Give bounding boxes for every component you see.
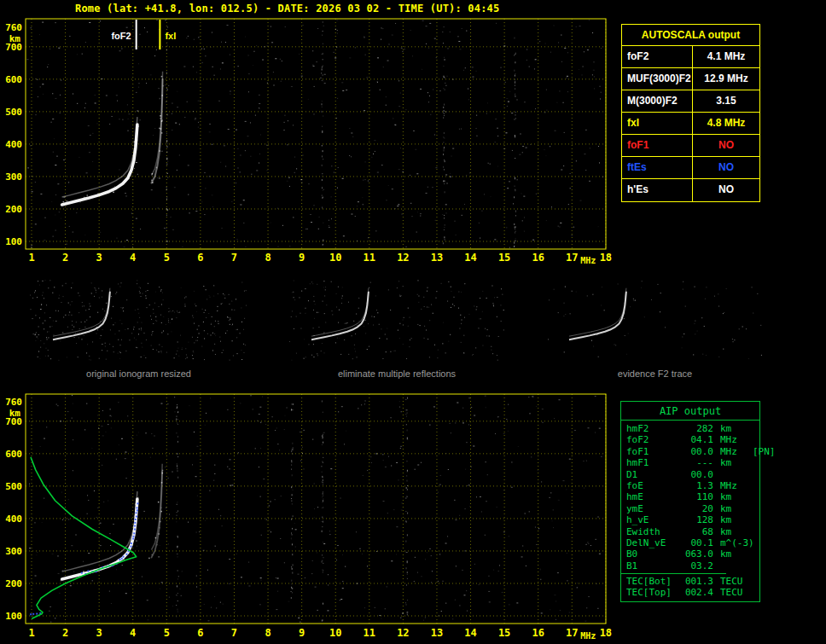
svg-text:18: 18 [600,627,612,639]
autoscala-param-value: 4.1 MHz [693,46,759,67]
svg-text:5: 5 [164,252,170,264]
aip-param-label: ymE [626,503,679,514]
aip-row: hmF1---km [621,457,759,468]
aip-param-unit: km [713,457,753,468]
svg-text:3: 3 [96,627,102,639]
svg-text:18: 18 [600,252,612,264]
aip-row: DelN_vE00.1m^(-3) [621,537,759,548]
aip-param-note [753,491,756,502]
aip-tec-separator [621,573,726,574]
svg-text:6: 6 [197,252,203,264]
aip-tec-row: TEC[Bot]001.3TECU [621,576,759,587]
svg-text:100: 100 [5,236,22,247]
svg-text:4: 4 [130,252,136,264]
aip-param-value: 00.1 [679,537,713,548]
aip-param-unit: km [713,548,753,560]
aip-param-note [753,480,756,491]
svg-text:MHz: MHz [580,631,596,641]
aip-row: B103.2 [621,560,759,571]
aip-param-value: 00.0 [679,469,713,480]
autoscala-param-value: NO [693,179,759,201]
svg-text:7: 7 [231,627,237,639]
autoscala-param-label: ftEs [622,157,693,178]
aip-param-note [753,560,756,571]
svg-text:400: 400 [5,513,22,525]
autoscala-table-rows: foF24.1 MHzMUF(3000)F212.9 MHzM(3000)F23… [622,46,759,201]
aip-table-title: AIP output [621,402,759,421]
svg-text:1: 1 [28,252,34,264]
aip-row: hmE110km [621,491,759,502]
svg-text:14: 14 [464,627,476,639]
autoscala-param-value: NO [693,157,759,178]
thumbnail-multiple-reflections-removed [288,280,505,362]
aip-param-label: h_vE [626,514,679,525]
aip-row: hmF2282km [621,423,759,434]
aip-tec-value: 002.4 [679,587,713,598]
svg-text:foF2: foF2 [111,31,131,41]
aip-param-value: 00.0 [679,446,713,457]
autoscala-param-label: fxI [622,113,693,134]
autoscala-param-value: 4.8 MHz [693,113,759,134]
autoscala-row: M(3000)F23.15 [622,90,759,113]
svg-text:11: 11 [364,627,375,639]
autoscala-param-label: foF2 [622,46,693,67]
thumbnail-caption: original ionogram resized [30,368,247,379]
aip-tec-rows: TEC[Bot]001.3TECUTEC[Top]002.4TECU [621,576,759,599]
svg-text:11: 11 [364,252,375,264]
aip-row: foF204.1MHz [621,434,759,445]
aip-tec-note [753,576,756,587]
aip-param-label: D1 [626,469,679,480]
aip-row: h_vE128km [621,514,759,525]
svg-text:300: 300 [5,171,22,183]
aip-param-label: hmF2 [626,423,679,434]
svg-text:760: 760 [5,397,22,408]
aip-param-unit: MHz [713,434,753,445]
svg-text:km: km [9,33,21,44]
svg-text:13: 13 [431,627,443,639]
aip-param-note [753,434,756,445]
aip-param-note [753,537,756,548]
svg-text:MHz: MHz [580,256,596,265]
svg-text:200: 200 [5,204,22,215]
aip-param-label: B0 [626,548,679,560]
svg-text:600: 600 [5,449,22,460]
aip-output-table: AIP output hmF2282kmfoF204.1MHzfoF100.0M… [620,401,760,602]
aip-param-value: 282 [679,423,713,434]
autoscala-row: foF24.1 MHz [622,46,759,68]
svg-text:fxI: fxI [165,31,176,41]
autoscala-screen: Rome (lat: +41.8, lon: 012.5) - DATE: 20… [0,0,826,644]
aip-param-unit: km [713,503,753,514]
aip-param-label: foF1 [626,446,679,457]
thumbnail-f2-trace-evidence [546,280,764,362]
autoscala-param-label: M(3000)F2 [622,90,693,112]
aip-param-note [753,469,756,480]
aip-param-label: hmE [626,491,679,502]
svg-text:15: 15 [498,252,510,264]
autoscala-param-label: foF1 [622,135,693,156]
aip-param-label: foF2 [626,434,679,445]
svg-text:500: 500 [5,107,22,118]
aip-param-unit: km [713,514,753,525]
svg-text:15: 15 [498,627,510,639]
aip-param-label: Ewidth [626,526,679,537]
autoscala-table-title: AUTOSCALA output [622,25,759,46]
autoscala-row: ftEsNO [622,157,759,179]
aip-param-label: B1 [626,560,679,571]
svg-text:13: 13 [431,252,443,264]
aip-param-value: 110 [679,491,713,502]
aip-tec-note [753,587,756,598]
autoscala-param-value: NO [693,135,759,156]
aip-param-note [753,514,756,525]
autoscala-row: foF1NO [622,135,759,157]
svg-text:10: 10 [329,252,341,264]
autoscala-param-label: MUF(3000)F2 [622,68,693,90]
svg-text:14: 14 [464,252,476,264]
aip-tec-label: TEC[Top] [626,587,679,598]
svg-text:17: 17 [566,252,578,264]
svg-text:100: 100 [5,611,22,622]
aip-param-value: 128 [679,514,713,525]
aip-param-unit: MHz [713,480,753,491]
aip-param-label: DelN_vE [626,537,679,548]
autoscala-row: MUF(3000)F212.9 MHz [622,68,759,90]
svg-text:500: 500 [5,481,22,492]
